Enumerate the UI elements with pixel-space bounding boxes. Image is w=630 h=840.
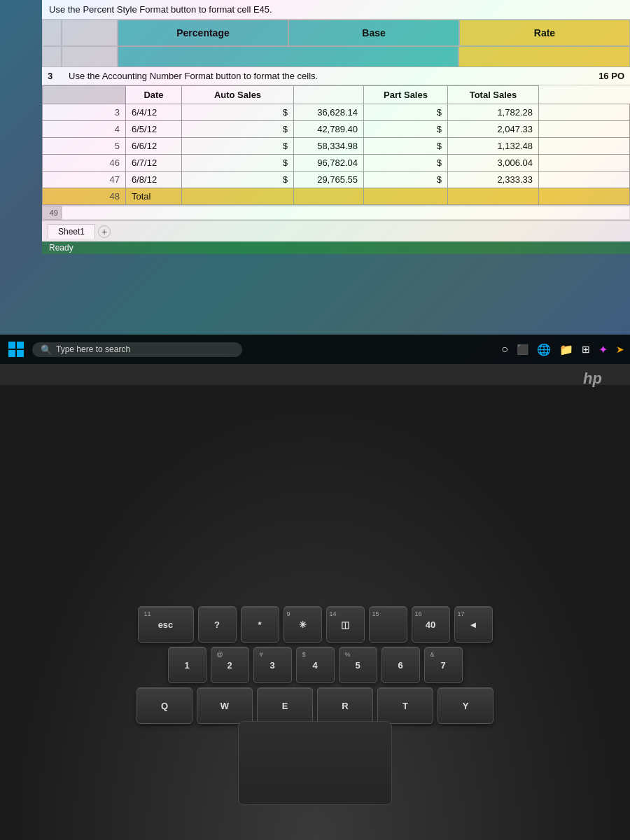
- part-dollar-cell[interactable]: $: [364, 138, 448, 155]
- main-table-wrapper: Date Auto Sales Part Sales Total Sales 3…: [42, 85, 630, 205]
- key-3[interactable]: # 3: [253, 647, 292, 683]
- total-sales-cell[interactable]: [539, 104, 630, 121]
- total-sales-cell[interactable]: [539, 155, 630, 172]
- percentage-header: Percentage: [118, 20, 288, 46]
- taskbar-edge-icon[interactable]: 🌐: [537, 343, 551, 356]
- f6-key[interactable]: 15: [369, 606, 407, 643]
- auto-sales-cell[interactable]: [294, 188, 364, 205]
- qwerty-key-row: Q W E R T Y: [14, 687, 616, 724]
- key-y[interactable]: Y: [438, 687, 493, 724]
- table-row[interactable]: 56/6/12$58,334.98$1,132.48: [43, 138, 630, 155]
- part-sales-cell[interactable]: 3,006.04: [448, 155, 539, 172]
- f7-key[interactable]: 16 40: [412, 606, 450, 643]
- date-cell[interactable]: 6/4/12: [126, 104, 182, 121]
- auto-dollar-cell[interactable]: $: [182, 138, 294, 155]
- section3-number: 3: [48, 71, 62, 81]
- key-e[interactable]: E: [257, 687, 313, 724]
- f8-key[interactable]: 17 ◄: [454, 606, 493, 643]
- table-row[interactable]: 36/4/12$36,628.14$1,782.28: [43, 104, 630, 121]
- part-dollar-cell[interactable]: $: [364, 155, 448, 172]
- total-sales-cell[interactable]: [539, 172, 630, 188]
- date-cell[interactable]: 6/7/12: [126, 155, 182, 172]
- f4-key[interactable]: 9 ✳: [284, 606, 322, 643]
- part-dollar-cell[interactable]: $: [364, 172, 448, 188]
- taskbar-grid-icon[interactable]: ⊞: [582, 344, 590, 355]
- taskbar-diamond-icon[interactable]: ✦: [598, 343, 608, 356]
- row-number-cell[interactable]: 5: [43, 138, 126, 155]
- auto-sales-cell[interactable]: 58,334.98: [294, 138, 364, 155]
- f5-key[interactable]: 14 ◫: [326, 606, 365, 643]
- total-sales-cell[interactable]: [539, 138, 630, 155]
- taskbar-arrow-icon[interactable]: ➤: [616, 344, 624, 355]
- taskbar-cortana-icon[interactable]: ○: [501, 343, 508, 356]
- total-sales-cell[interactable]: [539, 188, 630, 205]
- auto-dollar-cell[interactable]: $: [182, 172, 294, 188]
- total-sales-cell[interactable]: [539, 121, 630, 138]
- row-number-cell[interactable]: 47: [43, 172, 126, 188]
- key-q[interactable]: Q: [136, 687, 192, 724]
- part-sales-cell[interactable]: 1,132.48: [448, 138, 539, 155]
- row-number-cell[interactable]: 4: [43, 121, 126, 138]
- key-t[interactable]: T: [377, 687, 433, 724]
- part-sales-cell[interactable]: 2,047.33: [448, 121, 539, 138]
- svg-rect-1: [17, 342, 24, 349]
- date-cell[interactable]: 6/6/12: [126, 138, 182, 155]
- touchpad[interactable]: [238, 721, 392, 805]
- auto-dollar-cell[interactable]: $: [182, 104, 294, 121]
- key-2[interactable]: @ 2: [211, 647, 249, 683]
- rate-header: Rate: [459, 20, 630, 46]
- part-sales-cell[interactable]: 1,782.28: [448, 104, 539, 121]
- auto-sales-cell[interactable]: 36,628.14: [294, 104, 364, 121]
- total-sales-column-header: Total Sales: [448, 86, 539, 104]
- key-w[interactable]: W: [197, 687, 253, 724]
- section3-instruction: Use the Accounting Number Format button …: [69, 71, 592, 81]
- date-cell[interactable]: 6/5/12: [126, 121, 182, 138]
- key-r[interactable]: R: [317, 687, 373, 724]
- auto-sales-cell[interactable]: 42,789.40: [294, 121, 364, 138]
- auto-dollar-cell[interactable]: [182, 188, 294, 205]
- row-number-cell[interactable]: 46: [43, 155, 126, 172]
- table-row[interactable]: 48Total: [43, 188, 630, 205]
- add-sheet-button[interactable]: +: [98, 225, 111, 238]
- teal-band: [118, 46, 458, 67]
- f3-key[interactable]: *: [241, 606, 279, 643]
- auto-dollar-cell[interactable]: $: [182, 155, 294, 172]
- part-dollar-cell[interactable]: [364, 188, 448, 205]
- row-49: 49: [42, 205, 630, 220]
- part-sales-cell[interactable]: 2,333.33: [448, 172, 539, 188]
- key-1[interactable]: 1: [168, 647, 206, 683]
- auto-dollar-cell[interactable]: $: [182, 121, 294, 138]
- taskbar: 🔍 Type here to search ○ ⬛ 🌐 📁 ⊞ ✦ ➤: [0, 335, 630, 364]
- date-cell[interactable]: Total: [126, 188, 182, 205]
- row-number-cell[interactable]: 3: [43, 104, 126, 121]
- f2-key[interactable]: ?: [198, 606, 237, 643]
- part-sales-cell[interactable]: [448, 188, 539, 205]
- table-row[interactable]: 466/7/12$96,782.04$3,006.04: [43, 155, 630, 172]
- taskbar-folder-icon[interactable]: 📁: [559, 343, 573, 356]
- part-sales-column-header: Part Sales: [364, 86, 448, 104]
- key-6[interactable]: 6: [382, 647, 420, 683]
- instruction-bar: Use the Percent Style Format button to f…: [42, 0, 630, 20]
- row-number-cell[interactable]: 48: [43, 188, 126, 205]
- auto-sales-cell[interactable]: 29,765.55: [294, 172, 364, 188]
- excel-container: Use the Percent Style Format button to f…: [42, 0, 630, 254]
- key-4[interactable]: $ 4: [296, 647, 335, 683]
- part-dollar-cell[interactable]: $: [364, 121, 448, 138]
- windows-button[interactable]: [6, 339, 27, 360]
- sheet1-tab[interactable]: Sheet1: [48, 224, 95, 239]
- date-cell[interactable]: 6/8/12: [126, 172, 182, 188]
- auto-sales-cell[interactable]: 96,782.04: [294, 155, 364, 172]
- windows-icon: [8, 342, 24, 357]
- main-table: Date Auto Sales Part Sales Total Sales 3…: [42, 85, 630, 205]
- esc-key[interactable]: 11 esc: [138, 606, 194, 643]
- key-7[interactable]: & 7: [424, 647, 463, 683]
- number-key-row: 1 @ 2 # 3 $ 4 % 5 6 & 7: [14, 647, 616, 683]
- table-row[interactable]: 476/8/12$29,765.55$2,333.33: [43, 172, 630, 188]
- part-dollar-cell[interactable]: $: [364, 104, 448, 121]
- key-5[interactable]: % 5: [339, 647, 377, 683]
- part-dollar-header: [294, 86, 364, 104]
- taskbar-view-icon[interactable]: ⬛: [517, 344, 528, 355]
- table-row[interactable]: 46/5/12$42,789.40$2,047.33: [43, 121, 630, 138]
- table-body: 36/4/12$36,628.14$1,782.2846/5/12$42,789…: [43, 104, 630, 205]
- taskbar-search[interactable]: 🔍 Type here to search: [32, 342, 242, 357]
